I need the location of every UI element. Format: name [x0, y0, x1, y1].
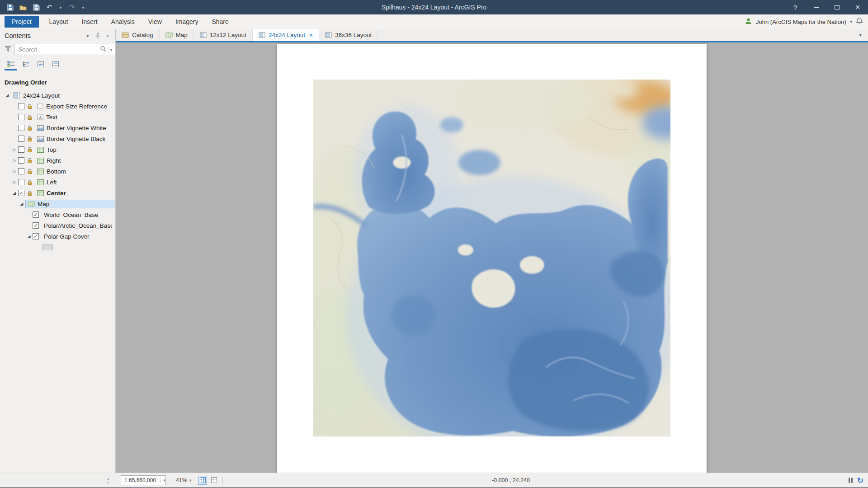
layer-visibility-checkbox[interactable]	[18, 125, 24, 131]
expand-arrow-icon[interactable]: ▷	[11, 147, 18, 152]
user-account-area[interactable]: John (ArcGIS Maps for the Nation) ▾	[745, 14, 868, 29]
doc-tab-24x24-layout[interactable]: 24x24 Layout ×	[253, 29, 319, 41]
layer-item-legend[interactable]	[0, 242, 115, 253]
layer-item-map[interactable]: ◢Map	[0, 198, 115, 209]
tab-imagery[interactable]: Imagery	[169, 14, 205, 29]
minimize-button[interactable]	[806, 0, 826, 14]
layer-row-body[interactable]: Map	[25, 200, 114, 208]
layer-item-text[interactable]: AText	[0, 112, 115, 122]
pause-drawing-icon[interactable]	[849, 478, 853, 483]
layer-row-body[interactable]: Border Vignette White	[35, 124, 114, 132]
layer-visibility-checkbox[interactable]	[18, 157, 24, 164]
collapse-arrow-icon[interactable]: ◢	[25, 234, 33, 239]
layer-row-body[interactable]: Right	[35, 156, 114, 165]
layer-visibility-checkbox[interactable]	[18, 114, 24, 120]
layer-item-24x24-layout[interactable]: ◢24x24 Layout	[0, 90, 115, 101]
grid-view-toggle-icon[interactable]	[209, 476, 218, 485]
save-project-icon[interactable]	[5, 3, 14, 12]
layer-item-center[interactable]: ◢✓Center	[0, 188, 115, 198]
tab-analysis[interactable]: Analysis	[104, 14, 142, 29]
layer-item-top[interactable]: ▷Top	[0, 144, 115, 155]
help-button[interactable]: ?	[785, 0, 806, 14]
layer-row-body[interactable]: Polar/Arctic_Ocean_Base	[42, 221, 114, 230]
list-by-drawing-order-icon[interactable]	[5, 58, 17, 70]
layer-row-body[interactable]: Left	[35, 178, 114, 187]
panel-scroll-buttons[interactable]: ▲▼	[107, 477, 110, 483]
list-by-selection-icon[interactable]	[34, 58, 47, 70]
doc-tab-map[interactable]: Map	[160, 29, 194, 41]
layer-visibility-checkbox[interactable]	[18, 146, 24, 153]
maximize-button[interactable]	[826, 0, 847, 14]
layer-item-polar-gap-cover[interactable]: ◢✓Polar Gap Cover	[0, 231, 115, 242]
layer-item-right[interactable]: ▷Right	[0, 155, 115, 166]
save-icon[interactable]	[32, 3, 41, 12]
layer-row-body[interactable]: Bottom	[35, 167, 114, 176]
layer-row-body[interactable]: Center	[35, 189, 114, 197]
undo-dropdown-icon[interactable]: ▾	[58, 3, 63, 12]
close-button[interactable]: ×	[847, 0, 868, 14]
layer-visibility-checkbox[interactable]: ✓	[33, 211, 39, 218]
tab-insert[interactable]: Insert	[75, 14, 104, 29]
layer-row-body[interactable]: Border Vignette Black	[35, 135, 114, 143]
layer-visibility-checkbox[interactable]	[18, 103, 24, 109]
zoom-dropdown-icon[interactable]: ▾	[189, 478, 192, 483]
layer-row-body[interactable]: Top	[35, 145, 114, 154]
layer-row-body[interactable]	[40, 244, 114, 251]
layout-canvas[interactable]	[116, 42, 868, 473]
layer-item-border-vignette-white[interactable]: Border Vignette White	[0, 122, 115, 133]
layer-visibility-checkbox[interactable]: ✓	[33, 222, 39, 229]
layer-row-body[interactable]: Export Size Reference	[35, 102, 114, 111]
legend-swatch[interactable]	[42, 244, 53, 250]
collapse-arrow-icon[interactable]: ◢	[18, 202, 25, 206]
layout-page[interactable]	[277, 44, 707, 473]
doc-tab-12x12-layout[interactable]: 12x12 Layout	[194, 29, 253, 41]
layer-item-bottom[interactable]: ▷Bottom	[0, 166, 115, 177]
filter-icon[interactable]	[5, 46, 11, 53]
search-input[interactable]	[18, 46, 98, 53]
search-icon[interactable]	[100, 46, 106, 53]
expand-arrow-icon[interactable]: ▷	[11, 158, 18, 163]
panel-menu-icon[interactable]: ▾	[83, 31, 93, 41]
list-by-source-icon[interactable]	[19, 58, 32, 70]
layout-view-toggle-icon[interactable]	[198, 476, 207, 485]
pin-icon[interactable]	[93, 31, 103, 41]
refresh-icon[interactable]: ↻	[857, 475, 863, 485]
list-by-editing-icon[interactable]	[49, 58, 62, 70]
search-options-icon[interactable]: ▾	[110, 47, 113, 52]
map-scale-combo[interactable]: 1:65,660,000 ▾	[121, 475, 166, 485]
layer-item-export-size-reference[interactable]: Export Size Reference	[0, 101, 115, 112]
doc-tab-36x36-layout[interactable]: 36x36 Layout	[319, 29, 378, 41]
layer-row-body[interactable]: AText	[35, 113, 114, 122]
layer-visibility-checkbox[interactable]	[18, 136, 24, 142]
tab-close-icon[interactable]: ×	[309, 32, 313, 39]
tab-project[interactable]: Project	[5, 16, 39, 28]
tab-list-chevron-icon[interactable]: ▾	[853, 29, 868, 41]
panel-close-icon[interactable]: ×	[103, 31, 113, 41]
undo-icon[interactable]: ↶	[45, 3, 54, 12]
layer-visibility-checkbox[interactable]	[18, 168, 24, 174]
layer-visibility-checkbox[interactable]: ✓	[18, 190, 24, 196]
layer-row-body[interactable]: 24x24 Layout	[11, 91, 114, 100]
spilhaus-map-frame[interactable]	[313, 80, 670, 436]
expand-arrow-icon[interactable]: ▷	[11, 180, 18, 184]
layer-item-border-vignette-black[interactable]: Border Vignette Black	[0, 133, 115, 144]
user-dropdown-icon[interactable]: ▾	[850, 19, 852, 24]
layer-item-left[interactable]: ▷Left	[0, 177, 115, 188]
doc-tab-catalog[interactable]: Catalog	[116, 29, 160, 41]
layer-row-body[interactable]: World_Ocean_Base	[42, 211, 114, 219]
layer-item-polar-arctic-ocean-base[interactable]: ✓Polar/Arctic_Ocean_Base	[0, 220, 115, 231]
layer-row-body[interactable]: Polar Gap Cover	[42, 232, 114, 241]
layer-visibility-checkbox[interactable]	[18, 179, 24, 185]
tab-share[interactable]: Share	[205, 14, 235, 29]
tab-layout[interactable]: Layout	[42, 14, 75, 29]
collapse-arrow-icon[interactable]: ◢	[4, 93, 11, 98]
layer-visibility-checkbox[interactable]: ✓	[33, 233, 39, 239]
redo-icon[interactable]: ↷	[67, 3, 76, 12]
zoom-combo[interactable]: 41% ▾	[174, 475, 193, 485]
customize-toolbar-icon[interactable]: ▾	[80, 3, 86, 12]
scale-dropdown-icon[interactable]: ▾	[163, 478, 165, 483]
expand-arrow-icon[interactable]: ▷	[11, 169, 18, 174]
collapse-arrow-icon[interactable]: ◢	[11, 191, 18, 195]
tab-view[interactable]: View	[142, 14, 169, 29]
layer-item-world-ocean-base[interactable]: ✓World_Ocean_Base	[0, 209, 115, 220]
